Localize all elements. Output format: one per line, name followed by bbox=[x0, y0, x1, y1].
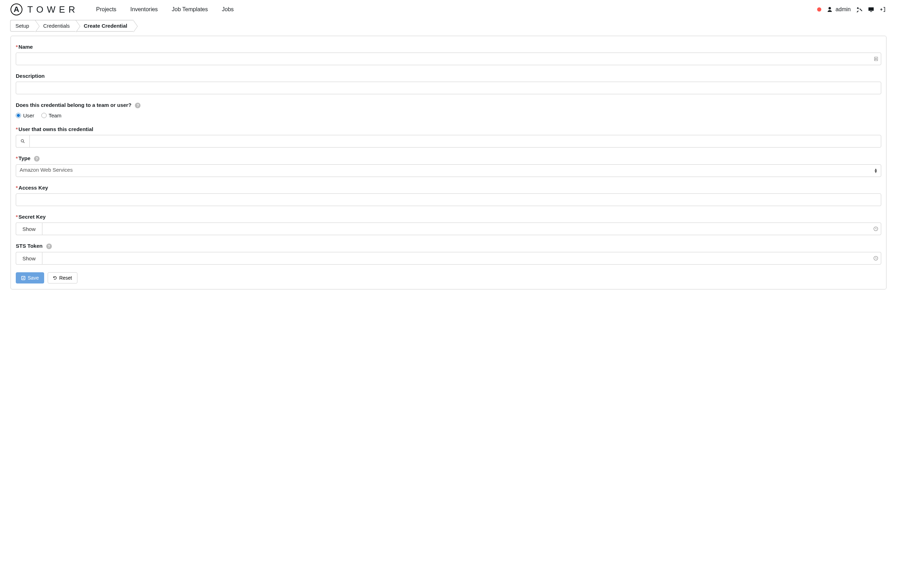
breadcrumb: Setup Credentials Create Credential bbox=[0, 17, 897, 36]
field-secret-key: *Secret Key Show bbox=[16, 214, 881, 235]
svg-point-3 bbox=[21, 139, 24, 142]
create-credential-form: *Name Description Does this credential b… bbox=[11, 36, 886, 289]
access-key-input[interactable] bbox=[16, 193, 881, 206]
secret-key-input[interactable] bbox=[42, 222, 881, 235]
field-owning-user: *User that owns this credential bbox=[16, 126, 881, 147]
svg-rect-0 bbox=[869, 8, 874, 11]
sts-token-label: STS Token ? bbox=[16, 243, 52, 249]
main-nav: Projects Inventories Job Templates Jobs bbox=[96, 6, 234, 12]
name-input[interactable] bbox=[16, 52, 881, 65]
required-icon: * bbox=[16, 155, 18, 161]
owning-user-label: *User that owns this credential bbox=[16, 126, 93, 132]
description-label: Description bbox=[16, 73, 45, 79]
owner-radio-team[interactable]: Team bbox=[41, 112, 62, 118]
brand-logo-icon: A bbox=[11, 3, 23, 15]
live-socket-indicator-icon[interactable] bbox=[817, 8, 821, 12]
sts-token-show-button[interactable]: Show bbox=[16, 252, 42, 265]
field-access-key: *Access Key bbox=[16, 185, 881, 206]
topbar-right: admin bbox=[817, 6, 886, 13]
undo-icon bbox=[53, 276, 57, 280]
owner-question-label: Does this credential belong to a team or… bbox=[16, 102, 141, 108]
brand-name: TOWER bbox=[28, 4, 78, 15]
save-button[interactable]: Save bbox=[16, 272, 44, 283]
brand[interactable]: A TOWER bbox=[11, 3, 78, 15]
field-sts-token: STS Token ? Show bbox=[16, 243, 881, 265]
nav-projects[interactable]: Projects bbox=[96, 6, 116, 12]
field-name: *Name bbox=[16, 44, 881, 65]
topbar: A TOWER Projects Inventories Job Templat… bbox=[0, 0, 897, 17]
check-icon bbox=[21, 276, 26, 280]
portal-icon[interactable] bbox=[868, 6, 874, 13]
owner-radio-user[interactable]: User bbox=[16, 112, 34, 118]
nav-job-templates[interactable]: Job Templates bbox=[172, 6, 208, 12]
type-select[interactable]: Amazon Web Services bbox=[16, 164, 881, 177]
required-icon: * bbox=[16, 185, 18, 191]
field-type: *Type ? Amazon Web Services ▲▼ bbox=[16, 155, 881, 177]
search-icon bbox=[20, 139, 25, 144]
secret-key-show-button[interactable]: Show bbox=[16, 222, 42, 235]
radio-checked-icon bbox=[16, 113, 21, 118]
name-label: *Name bbox=[16, 44, 33, 50]
access-key-label: *Access Key bbox=[16, 185, 48, 191]
breadcrumb-create-credential[interactable]: Create Credential bbox=[76, 20, 133, 32]
owning-user-input[interactable] bbox=[29, 135, 881, 147]
required-icon: * bbox=[16, 126, 18, 132]
help-icon[interactable]: ? bbox=[135, 103, 141, 108]
help-icon[interactable]: ? bbox=[34, 156, 40, 162]
nav-jobs[interactable]: Jobs bbox=[222, 6, 234, 12]
required-icon: * bbox=[16, 44, 18, 50]
type-label: *Type ? bbox=[16, 155, 40, 162]
setup-icon[interactable] bbox=[856, 6, 863, 13]
current-user[interactable]: admin bbox=[826, 6, 851, 13]
user-icon bbox=[826, 6, 833, 13]
brand-logo-letter: A bbox=[14, 5, 19, 14]
sts-token-input[interactable] bbox=[42, 252, 881, 265]
breadcrumb-credentials[interactable]: Credentials bbox=[35, 20, 76, 32]
field-description: Description bbox=[16, 73, 881, 94]
required-icon: * bbox=[16, 214, 18, 220]
current-user-name: admin bbox=[835, 6, 851, 12]
field-owner-type: Does this credential belong to a team or… bbox=[16, 102, 881, 118]
svg-rect-1 bbox=[870, 11, 872, 12]
secret-key-label: *Secret Key bbox=[16, 214, 46, 220]
reset-button[interactable]: Reset bbox=[47, 272, 77, 283]
nav-inventories[interactable]: Inventories bbox=[130, 6, 158, 12]
form-actions: Save Reset bbox=[16, 272, 881, 283]
radio-unchecked-icon bbox=[41, 113, 47, 118]
description-input[interactable] bbox=[16, 82, 881, 94]
breadcrumb-setup[interactable]: Setup bbox=[10, 20, 35, 32]
logout-icon[interactable] bbox=[880, 6, 886, 13]
help-icon[interactable]: ? bbox=[46, 243, 52, 249]
lookup-user-button[interactable] bbox=[16, 135, 29, 147]
